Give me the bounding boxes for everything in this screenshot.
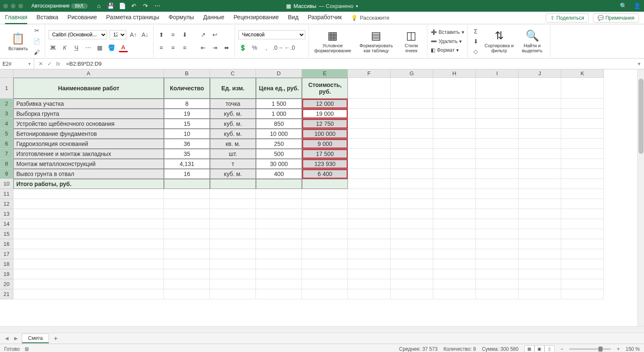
accessibility-icon[interactable]: ⊞ (25, 346, 29, 352)
cell-name[interactable]: Изготовление и монтаж закладных (13, 149, 164, 159)
cell-price[interactable]: 10 000 (256, 129, 302, 139)
col-header-F[interactable]: F (348, 69, 391, 78)
zoom-out-icon[interactable]: − (560, 346, 563, 352)
cell[interactable] (391, 169, 433, 179)
wrap-text-icon[interactable]: ↩ (210, 30, 220, 39)
row-header-1[interactable]: 1 (0, 78, 13, 99)
cell[interactable] (391, 149, 433, 159)
increase-decimal-icon[interactable]: .0→ (273, 43, 283, 52)
tab-view[interactable]: Вид (288, 11, 299, 24)
cell[interactable] (302, 259, 348, 269)
sort-filter-button[interactable]: ⇅Сортировка и фильтр (483, 28, 516, 54)
zoom-slider[interactable] (569, 348, 611, 350)
cell-unit[interactable]: шт. (210, 149, 256, 159)
col-header-I[interactable]: I (476, 69, 519, 78)
cell-unit[interactable]: куб. м. (210, 169, 256, 179)
row-header-14[interactable]: 14 (0, 219, 13, 229)
cell[interactable] (302, 229, 348, 239)
format-table-button[interactable]: ▤Форматировать как таблицу (356, 28, 397, 54)
underline-button[interactable]: Ч (72, 43, 81, 52)
find-select-button[interactable]: 🔍Найти и выделить (518, 28, 547, 54)
tab-pagelayout[interactable]: Разметка страницы (106, 11, 159, 24)
bold-button[interactable]: Ж (49, 43, 58, 52)
totals-price[interactable] (256, 179, 302, 189)
borders-icon[interactable]: ▦ (95, 43, 105, 52)
cell[interactable] (164, 219, 210, 229)
cell-qty[interactable]: 8 (164, 99, 210, 109)
row-header-12[interactable]: 12 (0, 199, 13, 209)
cell-name[interactable]: Устройство щебёночного основания (13, 119, 164, 129)
orientation-icon[interactable]: ↗ (199, 30, 208, 39)
cell[interactable] (561, 219, 604, 229)
cell[interactable] (561, 289, 604, 299)
row-header-17[interactable]: 17 (0, 249, 13, 259)
cell[interactable] (433, 279, 476, 289)
cell[interactable] (13, 279, 164, 289)
cell[interactable] (348, 169, 391, 179)
cell[interactable] (391, 109, 433, 119)
vertical-scrollbar[interactable] (637, 69, 644, 326)
cell[interactable] (433, 99, 476, 109)
conditional-formatting-button[interactable]: ▦Условное форматирование (312, 28, 353, 54)
cell[interactable] (13, 259, 164, 269)
cell[interactable] (391, 219, 433, 229)
chevron-down-icon[interactable]: ▾ (356, 4, 358, 8)
increase-indent-icon[interactable]: ⇥ (210, 43, 220, 52)
cell[interactable] (13, 229, 164, 239)
cell[interactable] (519, 219, 561, 229)
maximize-icon[interactable] (18, 4, 23, 8)
search-icon[interactable]: 🔍 (620, 3, 627, 9)
account-icon[interactable]: 👤 (634, 3, 641, 9)
cell[interactable] (348, 239, 391, 249)
cell[interactable] (561, 119, 604, 129)
cell[interactable] (561, 169, 604, 179)
cell[interactable] (391, 129, 433, 139)
col-header-E[interactable]: E (302, 69, 348, 78)
cell[interactable] (164, 229, 210, 239)
cell[interactable] (164, 259, 210, 269)
next-sheet-icon[interactable]: ▶ (13, 336, 19, 341)
cell[interactable] (433, 149, 476, 159)
name-box[interactable]: E2#▼ (0, 59, 34, 69)
cell-unit[interactable]: куб. м. (210, 119, 256, 129)
enter-icon[interactable]: ✓ (47, 61, 52, 67)
header-cost[interactable]: Стоимость, руб. (302, 78, 348, 99)
increase-font-icon[interactable]: A↑ (129, 30, 138, 39)
cell[interactable] (561, 249, 604, 259)
align-left-icon[interactable]: ≡ (157, 43, 166, 52)
clear-icon[interactable]: ◇ (471, 47, 480, 56)
cell[interactable] (476, 159, 519, 169)
cell[interactable] (519, 269, 561, 279)
share-button[interactable]: ⇪Поделиться (546, 13, 588, 23)
cell[interactable] (433, 209, 476, 219)
zoom-level[interactable]: 150 % (626, 346, 640, 352)
cell[interactable] (433, 189, 476, 199)
normal-view-icon[interactable]: ▦ (524, 345, 534, 352)
cell[interactable] (476, 139, 519, 149)
cell[interactable] (256, 189, 302, 199)
cell-qty[interactable]: 36 (164, 139, 210, 149)
fill-color-icon[interactable]: 🪣 (107, 43, 116, 52)
cell[interactable] (256, 239, 302, 249)
cell[interactable] (433, 159, 476, 169)
totals-cost[interactable] (302, 179, 348, 189)
cell-price[interactable]: 400 (256, 169, 302, 179)
cell[interactable] (13, 199, 164, 209)
cell[interactable] (348, 119, 391, 129)
cell[interactable] (302, 219, 348, 229)
cut-icon[interactable]: ✂ (32, 26, 41, 35)
cell-name[interactable]: Выборка грунта (13, 109, 164, 119)
cell-qty[interactable]: 10 (164, 129, 210, 139)
cell[interactable] (433, 229, 476, 239)
cell[interactable] (164, 199, 210, 209)
font-color-icon[interactable]: A (119, 43, 128, 52)
cell[interactable] (348, 99, 391, 109)
tell-me[interactable]: 💡Расскажите (351, 11, 389, 24)
cell[interactable] (519, 179, 561, 189)
cell[interactable] (164, 279, 210, 289)
cell-cost[interactable]: 100 000 (302, 129, 348, 139)
expand-formula-icon[interactable]: ▾ (634, 61, 644, 67)
cell[interactable] (256, 229, 302, 239)
row-header-11[interactable]: 11 (0, 189, 13, 199)
cell-cost[interactable]: 12 000 (302, 99, 348, 109)
